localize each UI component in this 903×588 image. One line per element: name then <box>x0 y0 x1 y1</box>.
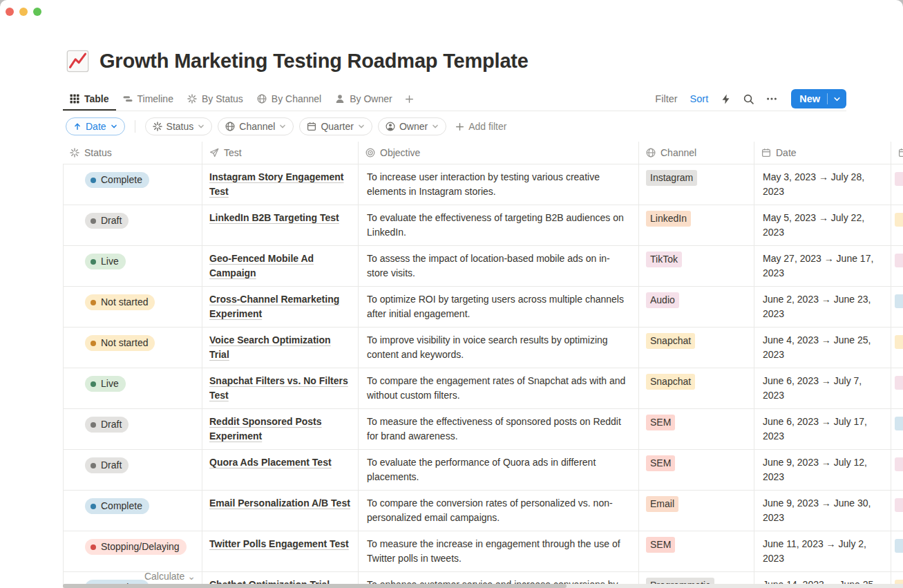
status-badge[interactable]: Draft <box>85 457 129 473</box>
objective-cell[interactable]: To compare the engagement rates of Snapc… <box>359 368 639 409</box>
status-badge[interactable]: Not started <box>85 294 155 310</box>
channel-tag[interactable]: Snapchat <box>646 374 695 390</box>
page-title[interactable]: Growth Marketing Testing Roadmap Templat… <box>99 50 529 73</box>
filter-button[interactable]: Filter <box>655 93 677 104</box>
status-badge[interactable]: Live <box>85 254 126 269</box>
horizontal-scrollbar[interactable] <box>63 584 903 588</box>
quarter-cell[interactable] <box>891 287 903 328</box>
calculate-button[interactable]: Calculate⌄ <box>63 567 202 585</box>
quarter-cell[interactable] <box>891 164 903 205</box>
channel-cell[interactable]: Instagram <box>639 164 754 205</box>
test-title-link[interactable]: Email Personalization A/B Test <box>209 497 350 509</box>
test-cell[interactable]: Snapchat Filters vs. No Filters Test <box>202 368 359 409</box>
filter-pill-quarter[interactable]: Quarter <box>299 117 372 135</box>
channel-tag[interactable]: Snapchat <box>646 333 695 349</box>
status-badge[interactable]: Complete <box>85 172 149 188</box>
status-cell[interactable]: Live <box>63 368 202 409</box>
status-cell[interactable]: Draft <box>63 205 202 246</box>
test-cell[interactable]: Voice Search Optimization Trial <box>202 328 359 368</box>
test-title-link[interactable]: LinkedIn B2B Targeting Test <box>209 212 339 223</box>
test-title-link[interactable]: Quora Ads Placement Test <box>209 457 332 468</box>
status-cell[interactable]: Not started <box>63 328 202 368</box>
test-title-link[interactable]: Reddit Sponsored Posts Experiment <box>209 416 322 442</box>
filter-pill-status[interactable]: Status <box>145 117 213 135</box>
channel-cell[interactable]: Snapchat <box>639 368 754 409</box>
channel-cell[interactable]: SEM <box>639 450 754 491</box>
column-header-date[interactable]: Date <box>754 142 891 164</box>
date-cell[interactable]: June 4, 2023 → June 25, 2023 <box>754 328 891 368</box>
objective-cell[interactable]: To improve visibility in voice search re… <box>359 328 639 368</box>
date-cell[interactable]: May 3, 2023 → July 28, 2023 <box>754 164 891 205</box>
date-cell[interactable]: June 2, 2023 → June 23, 2023 <box>754 287 891 328</box>
test-title-link[interactable]: Geo-Fenced Mobile Ad Campaign <box>209 253 314 278</box>
date-cell[interactable]: May 27, 2023 → June 17, 2023 <box>754 246 891 287</box>
quarter-cell[interactable] <box>891 491 903 531</box>
objective-cell[interactable]: To evaluate the effectiveness of targeti… <box>359 205 639 246</box>
channel-cell[interactable]: Audio <box>639 287 754 328</box>
column-header-objective[interactable]: Objective <box>359 142 639 164</box>
new-button[interactable]: New <box>791 89 827 108</box>
automations-button[interactable] <box>721 94 731 104</box>
channel-cell[interactable]: SEM <box>639 409 754 450</box>
sort-button[interactable]: Sort <box>690 93 709 104</box>
date-cell[interactable]: June 9, 2023 → July 12, 2023 <box>754 450 891 491</box>
test-cell[interactable]: Quora Ads Placement Test <box>202 450 359 491</box>
more-options-button[interactable] <box>766 93 777 104</box>
objective-cell[interactable]: To compare the conversion rates of perso… <box>359 491 639 531</box>
column-header-status[interactable]: Status <box>63 142 202 164</box>
quarter-tag[interactable] <box>895 376 903 390</box>
channel-tag[interactable]: LinkedIn <box>646 211 691 227</box>
chart-increasing-icon[interactable] <box>66 50 89 73</box>
status-badge[interactable]: Draft <box>85 213 129 229</box>
tab-by-owner[interactable]: By Owner <box>328 87 399 111</box>
objective-cell[interactable]: To assess the impact of location-based m… <box>359 246 639 287</box>
channel-tag[interactable]: Instagram <box>646 170 697 186</box>
objective-cell[interactable]: To increase user interaction by testing … <box>359 164 639 205</box>
channel-cell[interactable]: TikTok <box>639 246 754 287</box>
test-title-link[interactable]: Voice Search Optimization Trial <box>209 334 331 360</box>
status-badge[interactable]: Draft <box>85 417 129 433</box>
test-title-link[interactable]: Snapchat Filters vs. No Filters Test <box>209 375 348 401</box>
quarter-cell[interactable] <box>891 246 903 287</box>
date-cell[interactable]: June 6, 2023 → July 17, 2023 <box>754 409 891 450</box>
quarter-tag[interactable] <box>895 498 903 512</box>
quarter-cell[interactable] <box>891 531 903 572</box>
channel-tag[interactable]: SEM <box>646 415 675 430</box>
column-header-quarter[interactable] <box>891 142 903 164</box>
date-cell[interactable]: June 11, 2023 → July 2, 2023 <box>754 531 891 572</box>
objective-cell[interactable]: To optimize ROI by targeting users acros… <box>359 287 639 328</box>
tab-timeline[interactable]: Timeline <box>116 87 180 111</box>
test-cell[interactable]: Twitter Polls Engagement Test <box>202 531 359 572</box>
test-cell[interactable]: Reddit Sponsored Posts Experiment <box>202 409 359 450</box>
objective-cell[interactable]: To measure the increase in engagement th… <box>359 531 639 572</box>
status-cell[interactable]: Live <box>63 246 202 287</box>
column-header-test[interactable]: Test <box>202 142 359 164</box>
date-cell[interactable]: June 6, 2023 → July 7, 2023 <box>754 368 891 409</box>
test-title-link[interactable]: Twitter Polls Engagement Test <box>209 538 349 549</box>
status-cell[interactable]: Stopping/Delaying <box>63 531 202 572</box>
status-cell[interactable]: Draft <box>63 409 202 450</box>
quarter-cell[interactable] <box>891 328 903 368</box>
test-cell[interactable]: LinkedIn B2B Targeting Test <box>202 205 359 246</box>
quarter-cell[interactable] <box>891 450 903 491</box>
test-cell[interactable]: Cross-Channel Remarketing Experiment <box>202 287 359 328</box>
test-cell[interactable]: Email Personalization A/B Test <box>202 491 359 531</box>
quarter-cell[interactable] <box>891 368 903 409</box>
quarter-tag[interactable] <box>895 213 903 227</box>
status-badge[interactable]: Not started <box>85 335 155 351</box>
filter-pill-owner[interactable]: Owner <box>378 117 446 135</box>
quarter-cell[interactable] <box>891 409 903 450</box>
close-window-button[interactable] <box>6 8 14 16</box>
quarter-tag[interactable] <box>895 335 903 349</box>
quarter-tag[interactable] <box>895 172 903 186</box>
quarter-cell[interactable] <box>891 205 903 246</box>
date-cell[interactable]: May 5, 2023 → July 22, 2023 <box>754 205 891 246</box>
date-cell[interactable]: June 9, 2023 → June 30, 2023 <box>754 491 891 531</box>
channel-cell[interactable]: Snapchat <box>639 328 754 368</box>
status-badge[interactable]: Live <box>85 376 126 392</box>
channel-tag[interactable]: TikTok <box>646 252 682 267</box>
objective-cell[interactable]: To evaluate the performance of Quora ads… <box>359 450 639 491</box>
test-cell[interactable]: Instagram Story Engagement Test <box>202 164 359 205</box>
channel-cell[interactable]: Email <box>639 491 754 531</box>
channel-tag[interactable]: SEM <box>646 455 675 471</box>
